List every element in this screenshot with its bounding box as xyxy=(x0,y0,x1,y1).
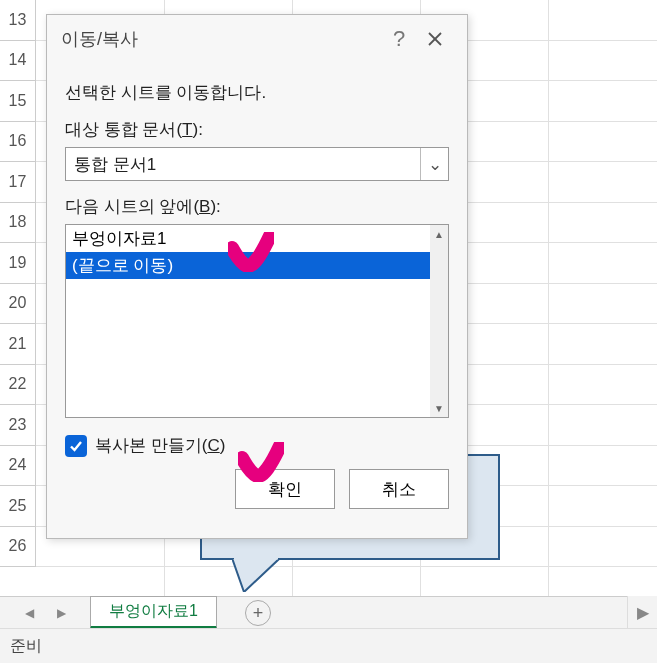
row-header[interactable]: 19 xyxy=(0,243,36,284)
plus-icon: + xyxy=(253,604,264,622)
list-item-selected[interactable]: (끝으로 이동) xyxy=(66,252,430,279)
status-bar: 준비 xyxy=(0,628,657,663)
workbook-label-post: ): xyxy=(193,120,203,139)
horizontal-scroll-right[interactable]: ▶ xyxy=(627,596,657,628)
chevron-down-icon[interactable]: ⌄ xyxy=(420,148,448,180)
tab-scroll-right-icon[interactable]: ▶ xyxy=(51,606,71,620)
row-header[interactable]: 24 xyxy=(0,446,36,487)
workbook-label: 대상 통합 문서(T): xyxy=(65,118,449,141)
row-header[interactable]: 18 xyxy=(0,203,36,244)
workbook-combo[interactable]: 통합 문서1 ⌄ xyxy=(65,147,449,181)
copy-label-post: ) xyxy=(220,436,226,455)
move-copy-dialog: 이동/복사 ? 선택한 시트를 이동합니다. 대상 통합 문서(T): 통합 문… xyxy=(46,14,468,539)
tab-scroll-group: ◀ ▶ xyxy=(0,606,90,620)
tab-scroll-left-icon[interactable]: ◀ xyxy=(19,606,39,620)
row-header[interactable]: 25 xyxy=(0,486,36,527)
listbox-scrollbar[interactable]: ▲ ▼ xyxy=(430,225,448,417)
before-shortcut: B xyxy=(199,197,210,216)
row-header[interactable]: 17 xyxy=(0,162,36,203)
status-text: 준비 xyxy=(10,636,42,657)
row-header[interactable]: 22 xyxy=(0,365,36,406)
copy-label-pre: 복사본 만들기( xyxy=(95,436,207,455)
workbook-label-pre: 대상 통합 문서( xyxy=(65,120,182,139)
row-header[interactable]: 21 xyxy=(0,324,36,365)
create-copy-row[interactable]: 복사본 만들기(C) xyxy=(65,434,449,457)
before-sheet-label: 다음 시트의 앞에(B): xyxy=(65,195,449,218)
dialog-message: 선택한 시트를 이동합니다. xyxy=(65,81,449,104)
before-label-post: ): xyxy=(210,197,220,216)
row-header[interactable]: 15 xyxy=(0,81,36,122)
row-header[interactable]: 20 xyxy=(0,284,36,325)
dialog-actions: 확인 취소 xyxy=(47,469,467,525)
cancel-button[interactable]: 취소 xyxy=(349,469,449,509)
before-label-pre: 다음 시트의 앞에( xyxy=(65,197,199,216)
row-header[interactable]: 23 xyxy=(0,405,36,446)
create-copy-checkbox[interactable] xyxy=(65,435,87,457)
dialog-body: 선택한 시트를 이동합니다. 대상 통합 문서(T): 통합 문서1 ⌄ 다음 … xyxy=(47,63,467,469)
help-button[interactable]: ? xyxy=(381,26,417,52)
sheet-listbox[interactable]: 부엉이자료1 (끝으로 이동) ▲ ▼ xyxy=(65,224,449,418)
row-header[interactable]: 16 xyxy=(0,122,36,163)
check-icon xyxy=(68,438,84,454)
scroll-down-icon[interactable]: ▼ xyxy=(430,399,448,417)
sheet-tab-strip: ◀ ▶ 부엉이자료1 + xyxy=(0,596,657,628)
dialog-titlebar[interactable]: 이동/복사 ? xyxy=(47,15,467,63)
workbook-shortcut: T xyxy=(182,120,192,139)
close-icon xyxy=(426,30,444,48)
scroll-up-icon[interactable]: ▲ xyxy=(430,225,448,243)
row-header[interactable]: 14 xyxy=(0,41,36,82)
workbook-combo-value: 통합 문서1 xyxy=(66,148,420,180)
dialog-title: 이동/복사 xyxy=(61,27,381,51)
row-headers: 13 14 15 16 17 18 19 20 21 22 23 24 25 2… xyxy=(0,0,36,567)
new-sheet-button[interactable]: + xyxy=(245,600,271,626)
sheet-tab-active[interactable]: 부엉이자료1 xyxy=(90,596,217,629)
callout-tail xyxy=(232,558,280,592)
row-header[interactable]: 13 xyxy=(0,0,36,41)
svg-marker-0 xyxy=(232,558,280,592)
create-copy-label: 복사본 만들기(C) xyxy=(95,434,225,457)
copy-shortcut: C xyxy=(207,436,219,455)
row-header[interactable]: 26 xyxy=(0,527,36,568)
close-button[interactable] xyxy=(417,30,453,48)
list-item[interactable]: 부엉이자료1 xyxy=(66,225,430,252)
ok-button[interactable]: 확인 xyxy=(235,469,335,509)
